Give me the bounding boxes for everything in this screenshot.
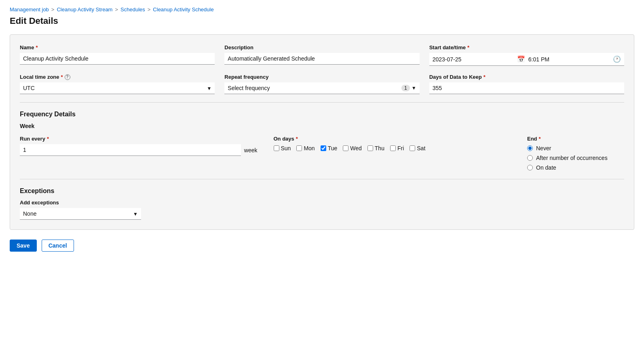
start-date-input[interactable] <box>433 56 514 63</box>
end-on-date-radio[interactable] <box>527 165 533 170</box>
timezone-select-wrapper: UTC America/New_York America/Chicago Ame… <box>20 82 215 94</box>
run-every-label: Run every * <box>20 136 258 142</box>
day-wed-label: Wed <box>350 145 362 151</box>
end-on-date[interactable]: On date <box>527 164 624 171</box>
day-tue[interactable]: Tue <box>321 145 338 151</box>
days-data-required: * <box>484 74 486 80</box>
day-sun-label: Sun <box>281 145 291 151</box>
on-days-col: On days * Sun Mon Tue <box>274 136 511 151</box>
on-days-required: * <box>296 136 298 142</box>
repeat-freq-label: Repeat frequency <box>224 74 419 80</box>
description-col: Description <box>224 44 419 66</box>
days-data-label: Days of Data to Keep * <box>429 74 624 80</box>
day-fri[interactable]: Fri <box>390 145 404 151</box>
timezone-col: Local time zone * ? UTC America/New_York… <box>20 74 215 94</box>
name-input[interactable] <box>20 53 215 65</box>
save-button[interactable]: Save <box>10 240 37 252</box>
divider-1 <box>20 102 624 103</box>
description-input[interactable] <box>224 53 419 65</box>
breadcrumb-schedules[interactable]: Schedules <box>120 6 145 13</box>
day-thu-label: Thu <box>375 145 384 151</box>
day-fri-checkbox[interactable] <box>390 145 396 151</box>
on-days-label: On days * <box>274 136 511 142</box>
description-label: Description <box>224 44 419 50</box>
end-col: End * Never After number of occurrences … <box>527 136 624 171</box>
day-mon-label: Mon <box>304 145 315 151</box>
end-radio-group: Never After number of occurrences On dat… <box>527 145 624 171</box>
repeat-freq-wrapper: Select frequency Hourly Daily Weekly Mon… <box>224 82 419 94</box>
days-data-col: Days of Data to Keep * <box>429 74 624 94</box>
breadcrumb-sep-3: > <box>148 6 151 13</box>
breadcrumb: Management job > Cleanup Activity Stream… <box>10 6 634 13</box>
week-label: Week <box>20 123 624 129</box>
cancel-button[interactable]: Cancel <box>42 240 74 252</box>
run-every-unit: week <box>244 147 258 153</box>
day-fri-label: Fri <box>397 145 404 151</box>
run-every-wrapper: week <box>20 144 258 156</box>
day-sat-checkbox[interactable] <box>410 145 415 151</box>
start-datetime-label: Start date/time * <box>429 44 624 50</box>
days-row: Sun Mon Tue Wed <box>274 145 511 151</box>
breadcrumb-management-job[interactable]: Management job <box>10 6 49 13</box>
end-on-date-label: On date <box>536 164 556 171</box>
timezone-help-icon[interactable]: ? <box>65 74 70 80</box>
name-required: * <box>36 44 38 50</box>
start-datetime-col: Start date/time * 📅 🕐 <box>429 44 624 66</box>
end-never-label: Never <box>536 145 551 151</box>
breadcrumb-cleanup-activity-schedule[interactable]: Cleanup Activity Schedule <box>153 6 213 13</box>
name-label: Name * <box>20 44 215 50</box>
run-every-col: Run every * week <box>20 136 258 156</box>
breadcrumb-cleanup-activity-stream[interactable]: Cleanup Activity Stream <box>57 6 112 13</box>
repeat-freq-select[interactable]: Select frequency Hourly Daily Weekly Mon… <box>228 85 399 91</box>
day-thu[interactable]: Thu <box>367 145 384 151</box>
day-mon-checkbox[interactable] <box>296 145 302 151</box>
run-every-input[interactable] <box>20 144 241 156</box>
day-sun[interactable]: Sun <box>274 145 291 151</box>
end-after-occurrences[interactable]: After number of occurrences <box>527 155 624 161</box>
form-row-2: Local time zone * ? UTC America/New_York… <box>20 74 624 94</box>
day-tue-label: Tue <box>328 145 338 151</box>
end-required: * <box>539 136 541 142</box>
day-sat[interactable]: Sat <box>410 145 425 151</box>
clock-icon[interactable]: 🕐 <box>613 55 621 63</box>
breadcrumb-sep-1: > <box>51 6 55 13</box>
timezone-required: * <box>61 74 63 80</box>
divider-2 <box>20 179 624 179</box>
end-never[interactable]: Never <box>527 145 624 151</box>
day-wed-checkbox[interactable] <box>343 145 348 151</box>
frequency-details-section: Frequency Details Week Run every * week … <box>20 111 624 171</box>
end-after-radio[interactable] <box>527 155 533 161</box>
day-sun-checkbox[interactable] <box>274 145 279 151</box>
add-exceptions-select[interactable]: None Hourly Daily Weekly <box>20 208 141 220</box>
day-tue-checkbox[interactable] <box>321 145 326 151</box>
frequency-details-title: Frequency Details <box>20 111 624 118</box>
exceptions-section: Exceptions Add exceptions None Hourly Da… <box>20 187 624 220</box>
timezone-label: Local time zone * ? <box>20 74 215 80</box>
repeat-freq-col: Repeat frequency Select frequency Hourly… <box>224 74 419 94</box>
form-card: Name * Description Start date/time * 📅 🕐 <box>10 34 634 230</box>
timezone-select[interactable]: UTC America/New_York America/Chicago Ame… <box>20 82 215 94</box>
exceptions-title: Exceptions <box>20 187 624 195</box>
day-sat-label: Sat <box>417 145 425 151</box>
name-col: Name * <box>20 44 215 66</box>
breadcrumb-sep-2: > <box>115 6 118 13</box>
run-every-required: * <box>47 136 49 142</box>
form-row-1: Name * Description Start date/time * 📅 🕐 <box>20 44 624 66</box>
day-mon[interactable]: Mon <box>296 145 315 151</box>
end-after-label: After number of occurrences <box>536 155 608 161</box>
freq-row: Run every * week On days * Sun <box>20 136 624 171</box>
page-title: Edit Details <box>10 16 634 26</box>
day-wed[interactable]: Wed <box>343 145 362 151</box>
end-never-radio[interactable] <box>527 145 533 151</box>
end-label: End * <box>527 136 624 142</box>
calendar-icon[interactable]: 📅 <box>517 55 525 63</box>
add-exceptions-label: Add exceptions <box>20 200 141 206</box>
day-thu-checkbox[interactable] <box>367 145 373 151</box>
repeat-freq-badge: 1 <box>401 85 410 91</box>
start-time-input[interactable] <box>528 56 610 63</box>
repeat-freq-arrow-icon: ▼ <box>412 85 416 91</box>
add-exceptions-col: Add exceptions None Hourly Daily Weekly … <box>20 200 141 220</box>
days-data-input[interactable] <box>429 82 624 94</box>
footer-actions: Save Cancel <box>10 240 634 252</box>
date-time-row: 📅 🕐 <box>429 53 624 66</box>
